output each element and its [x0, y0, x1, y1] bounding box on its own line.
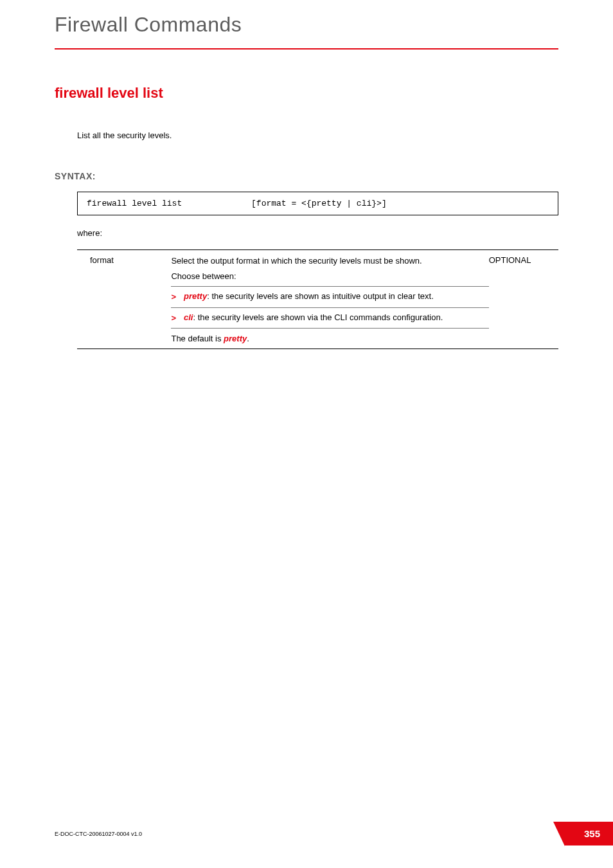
syntax-label: SYNTAX: [55, 171, 558, 181]
bullet-icon: > [171, 291, 176, 303]
footer-doc-id: E-DOC-CTC-20061027-0004 v1.0 [55, 831, 142, 837]
param-name: format [77, 250, 171, 349]
section-description: List all the security levels. [77, 131, 558, 140]
section-title: firewall level list [55, 85, 558, 102]
bullet-text: cli: the security levels are shown via t… [184, 312, 489, 323]
syntax-code-box: firewall level list [format = <{pretty |… [77, 192, 558, 215]
default-prefix: The default is [171, 334, 224, 343]
parameter-table: format Select the output format in which… [77, 249, 558, 349]
list-item: > cli: the security levels are shown via… [171, 307, 488, 328]
list-item: > pretty: the security levels are shown … [171, 286, 488, 307]
param-description: Select the output format in which the se… [171, 250, 488, 349]
syntax-arguments: [format = <{pretty | cli}>] [251, 199, 387, 208]
page-number-badge: 355 [565, 822, 613, 845]
default-line: The default is pretty. [171, 328, 488, 343]
bullet-term: pretty [184, 291, 207, 301]
bullet-list: > pretty: the security levels are shown … [171, 286, 488, 327]
bullet-text: pretty: the security levels are shown as… [184, 291, 489, 302]
param-desc-line2: Choose between: [171, 271, 488, 282]
param-optional: OPTIONAL [489, 250, 558, 349]
bullet-icon: > [171, 312, 176, 324]
bullet-rest: : the security levels are shown via the … [193, 312, 443, 322]
bullet-rest: : the security levels are shown as intui… [207, 291, 434, 301]
param-desc-line1: Select the output format in which the se… [171, 255, 488, 267]
content-area: firewall level list List all the securit… [0, 50, 613, 349]
where-label: where: [77, 228, 558, 238]
page-footer: E-DOC-CTC-20061027-0004 v1.0 355 [0, 822, 613, 845]
chapter-title: Firewall Commands [55, 13, 558, 37]
bullet-term: cli [184, 312, 193, 322]
default-value: pretty [224, 334, 247, 343]
table-row: format Select the output format in which… [77, 250, 558, 349]
page-header: Firewall Commands [0, 0, 613, 50]
syntax-command: firewall level list [87, 199, 182, 208]
default-suffix: . [247, 334, 249, 343]
